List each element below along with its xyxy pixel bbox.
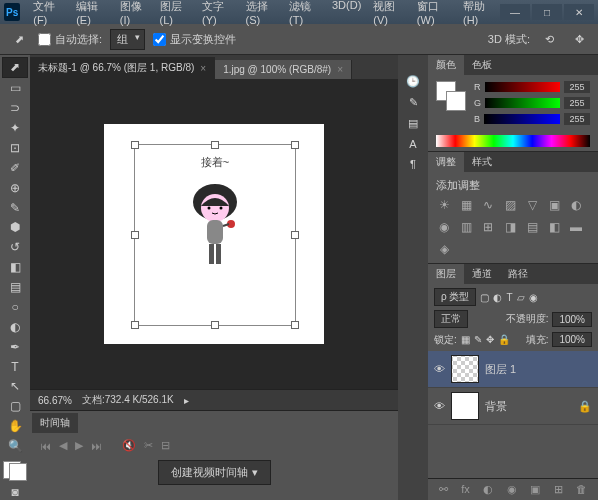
close-icon[interactable]: × (200, 63, 206, 74)
zoom-value[interactable]: 66.67% (38, 395, 72, 406)
new-layer-icon[interactable]: ⊞ (554, 483, 563, 496)
history-panel-icon[interactable]: 🕒 (406, 75, 420, 88)
layer-name[interactable]: 图层 1 (485, 362, 516, 377)
layer-name[interactable]: 背景 (485, 399, 507, 414)
blend-mode[interactable]: 正常 (434, 310, 468, 328)
r-value[interactable]: 255 (564, 81, 590, 93)
tab-adjustments[interactable]: 调整 (428, 152, 464, 172)
threshold-icon[interactable]: ◧ (546, 219, 562, 235)
close-icon[interactable]: × (337, 64, 343, 75)
folder-icon[interactable]: ▣ (530, 483, 540, 496)
handle-ne[interactable] (291, 141, 299, 149)
brush-panel-icon[interactable]: ✎ (409, 96, 418, 109)
color-swatches[interactable] (3, 461, 27, 482)
fg-bg-swatches[interactable] (436, 81, 466, 111)
lock-trans-icon[interactable]: ▦ (461, 334, 470, 345)
auto-select-dropdown[interactable]: 组 (110, 29, 145, 50)
minimize-button[interactable]: — (500, 4, 530, 20)
bg-swatch[interactable] (446, 91, 466, 111)
filter-adjust-icon[interactable]: ◐ (493, 292, 502, 303)
tab-styles[interactable]: 样式 (464, 152, 500, 172)
lock-all-icon[interactable]: 🔒 (498, 334, 510, 345)
menu-file[interactable]: 文件(F) (28, 0, 69, 28)
layer-thumb[interactable] (451, 355, 479, 383)
history-brush-tool[interactable]: ↺ (3, 238, 27, 257)
link-icon[interactable]: ⚯ (439, 483, 448, 496)
filter-type-icon[interactable]: T (506, 292, 512, 303)
prev-frame-icon[interactable]: ◀ (59, 439, 67, 452)
visibility-icon[interactable]: 👁 (434, 363, 445, 375)
layer-item[interactable]: 👁 背景 🔒 (428, 388, 598, 425)
delete-icon[interactable]: 🗑 (576, 483, 587, 496)
gradient-icon[interactable]: ▬ (568, 219, 584, 235)
transform-box[interactable]: 接着~ (134, 144, 296, 326)
pen-tool[interactable]: ✒ (3, 337, 27, 356)
poster-icon[interactable]: ▤ (524, 219, 540, 235)
visibility-icon[interactable]: 👁 (434, 400, 445, 412)
fx-icon[interactable]: fx (461, 483, 470, 496)
document-tab-1[interactable]: 未标题-1 @ 66.7% (图层 1, RGB/8) × (30, 57, 215, 79)
lock-pos-icon[interactable]: ✥ (486, 334, 494, 345)
tab-paths[interactable]: 路径 (500, 264, 536, 284)
menu-layer[interactable]: 图层(L) (155, 0, 195, 28)
shape-tool[interactable]: ▢ (3, 397, 27, 416)
type-tool[interactable]: T (3, 357, 27, 376)
menu-edit[interactable]: 编辑(E) (71, 0, 113, 28)
menu-3d[interactable]: 3D(D) (327, 0, 366, 28)
handle-nw[interactable] (131, 141, 139, 149)
auto-select-checkbox[interactable]: 自动选择: (38, 32, 102, 47)
menu-type[interactable]: 文字(Y) (197, 0, 239, 28)
first-frame-icon[interactable]: ⏮ (40, 440, 51, 452)
layer-item[interactable]: 👁 图层 1 (428, 351, 598, 388)
layer-thumb[interactable] (451, 392, 479, 420)
lasso-tool[interactable]: ⊃ (3, 99, 27, 118)
adjustment-icon[interactable]: ◉ (507, 483, 517, 496)
play-icon[interactable]: ▶ (75, 439, 83, 452)
a-panel-icon[interactable]: ¶ (410, 158, 416, 170)
b-value[interactable]: 255 (564, 113, 590, 125)
handle-w[interactable] (131, 231, 139, 239)
r-slider[interactable] (485, 82, 561, 92)
tab-color[interactable]: 颜色 (428, 55, 464, 75)
show-transform-input[interactable] (153, 33, 166, 46)
close-button[interactable]: ✕ (564, 4, 594, 20)
status-arrow-icon[interactable]: ▸ (184, 395, 189, 406)
marquee-tool[interactable]: ▭ (3, 79, 27, 98)
filter-pixel-icon[interactable]: ▢ (480, 292, 489, 303)
menu-view[interactable]: 视图(V) (368, 0, 410, 28)
maximize-button[interactable]: □ (532, 4, 562, 20)
path-tool[interactable]: ↖ (3, 377, 27, 396)
g-value[interactable]: 255 (564, 97, 590, 109)
fill-value[interactable]: 100% (552, 332, 592, 347)
handle-se[interactable] (291, 321, 299, 329)
handle-n[interactable] (211, 141, 219, 149)
3d-orbit-icon[interactable]: ⟲ (538, 28, 560, 50)
filter-smart-icon[interactable]: ◉ (529, 292, 538, 303)
heal-tool[interactable]: ⊕ (3, 178, 27, 197)
invert-icon[interactable]: ◨ (502, 219, 518, 235)
handle-s[interactable] (211, 321, 219, 329)
hand-tool[interactable]: ✋ (3, 417, 27, 436)
exposure-icon[interactable]: ▨ (502, 197, 518, 213)
doc-size[interactable]: 文档:732.4 K/526.1K (82, 393, 174, 407)
create-timeline-button[interactable]: 创建视频时间轴 ▾ (158, 460, 271, 485)
brush-tool[interactable]: ✎ (3, 198, 27, 217)
opacity-value[interactable]: 100% (552, 312, 592, 327)
canvas-area[interactable]: 接着~ (30, 79, 398, 389)
wand-tool[interactable]: ✦ (3, 119, 27, 138)
auto-select-input[interactable] (38, 33, 51, 46)
menu-image[interactable]: 图像(I) (115, 0, 153, 28)
zoom-tool[interactable]: 🔍 (3, 437, 27, 456)
menu-help[interactable]: 帮助(H) (458, 0, 500, 28)
tab-layers[interactable]: 图层 (428, 264, 464, 284)
transition-icon[interactable]: ⊟ (161, 439, 170, 452)
lock-paint-icon[interactable]: ✎ (474, 334, 482, 345)
eraser-tool[interactable]: ◧ (3, 258, 27, 277)
filter-shape-icon[interactable]: ▱ (517, 292, 525, 303)
color-spectrum[interactable] (436, 135, 590, 147)
eyedropper-tool[interactable]: ✐ (3, 158, 27, 177)
kind-filter[interactable]: ρ 类型 (434, 288, 476, 306)
3d-pan-icon[interactable]: ✥ (568, 28, 590, 50)
cut-icon[interactable]: ✂ (144, 439, 153, 452)
crop-tool[interactable]: ⊡ (3, 139, 27, 158)
